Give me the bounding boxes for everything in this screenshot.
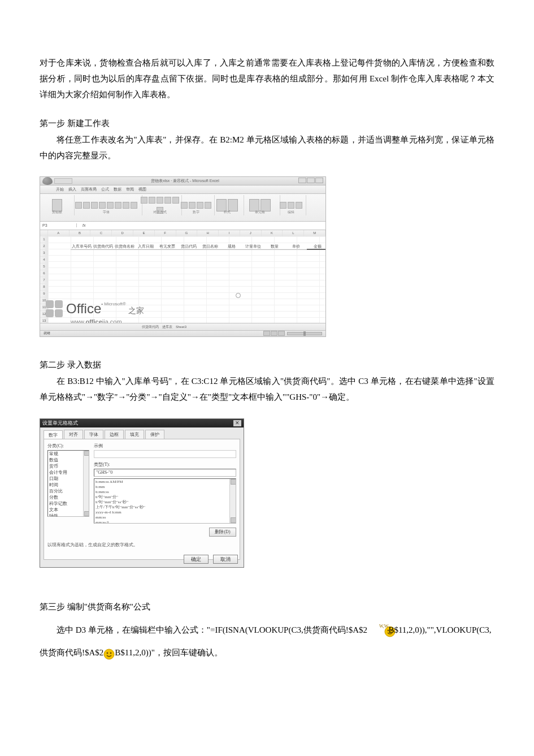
step1-title: 第一步 新建工作表	[40, 118, 494, 129]
dialog-title-bar[interactable]: 设置单元格格式 ✕	[40, 419, 244, 427]
fx-icon[interactable]: fx	[77, 223, 89, 227]
type-list-item[interactable]: h:mm	[95, 485, 235, 490]
ribbon-group-style[interactable]: 样式	[211, 195, 244, 215]
format-cells-dialog: 设置单元格格式 ✕ 数字 对齐 字体 边框 填充 保护 分类(C): 常规 数值…	[40, 418, 244, 568]
name-box[interactable]: P3	[40, 223, 77, 227]
ribbon-tab-review[interactable]: 审阅	[126, 187, 134, 192]
excel-title-bar: 货物表xlsx · 兼容模式 - Microsoft Excel	[40, 177, 325, 185]
dialog-tab-align[interactable]: 对齐	[64, 430, 83, 439]
type-list-item[interactable]: 上午/下午h"时"mm"分"ss"秒"	[95, 505, 235, 510]
sheet-tab[interactable]: 供货商代码	[142, 325, 159, 330]
status-bar: 就绪	[40, 330, 325, 336]
type-list-item[interactable]: h:mm:ss AM/PM	[95, 479, 235, 485]
sheet-tab[interactable]: 进库表	[162, 325, 172, 330]
close-icon[interactable]: ✕	[233, 420, 241, 426]
ribbon-group-clipboard[interactable]: 剪贴板	[40, 195, 75, 215]
formula-bar[interactable]: P3 fx	[40, 222, 325, 230]
excel-screenshot: 货物表xlsx · 兼容模式 - Microsoft Excel 开始 插入 页…	[40, 176, 326, 337]
ribbon-tab-layout[interactable]: 页面布局	[81, 187, 97, 192]
font-icon[interactable]	[75, 202, 82, 209]
category-panel: 分类(C): 常规 数值 货币 会计专用 日期 时间 百分比 分数 科学记数 文…	[47, 443, 89, 556]
table-header-row[interactable]: 入库单号码 供货商代码 供货商名称 入库日期 有无发票 货品代码 货品名称 规格…	[71, 243, 326, 250]
watermark-logo: Office• Microsoft®之家 . www.officejia.com	[46, 300, 144, 317]
sheet-tab[interactable]: Sheet3	[176, 325, 186, 329]
ribbon-tab-view[interactable]: 视图	[138, 187, 146, 192]
status-ready: 就绪	[44, 331, 50, 336]
ribbon-group-number[interactable]: 数字	[178, 195, 215, 215]
step2-body: 在 B3:B12 中输入"入库单号码"，在 C3:C12 单元格区域输入"供货商…	[40, 374, 494, 405]
category-listbox[interactable]: 常规 数值 货币 会计专用 日期 时间 百分比 分数 科学记数 文本 特殊 自定…	[47, 450, 89, 517]
smile-emoji-icon	[367, 626, 379, 636]
type-label: 类型(T):	[94, 461, 236, 468]
step1-body: 将任意工作表改名为"入库表"，并保存。在 B2:M2 单元格区域输入表格的标题，…	[40, 132, 494, 164]
dialog-body: 分类(C): 常规 数值 货币 会计专用 日期 时间 百分比 分数 科学记数 文…	[44, 439, 240, 560]
type-list-item[interactable]: h"时"mm"分"	[95, 495, 235, 500]
spreadsheet-grid[interactable]: A B C D E F G H I J K L M 12345678910111…	[40, 230, 325, 326]
type-list-item[interactable]: mm:ss	[95, 515, 235, 520]
smile-emoji-icon	[103, 649, 115, 659]
ribbon-tab-formula[interactable]: 公式	[101, 187, 109, 192]
svg-point-3	[104, 649, 114, 659]
view-buttons[interactable]	[263, 331, 285, 336]
ribbon-group-alignment[interactable]: 对齐方式	[138, 195, 182, 215]
emoji-annotation: W,W	[379, 624, 388, 629]
window-control-buttons[interactable]	[298, 178, 323, 184]
dialog-tab-fill[interactable]: 填充	[125, 430, 144, 439]
ribbon-tab-home[interactable]: 开始	[56, 187, 64, 192]
delete-button[interactable]: 删除(D)	[209, 528, 236, 537]
logo-squares-icon	[46, 300, 63, 317]
dialog-hint: 以现有格式为基础，生成自定义的数字格式。	[47, 542, 138, 548]
svg-point-4	[107, 652, 108, 654]
scrollbar[interactable]	[229, 479, 236, 523]
shape-circle	[236, 293, 241, 298]
window-title: 货物表xlsx · 兼容模式 - Microsoft Excel	[151, 178, 219, 184]
scrollbar[interactable]	[83, 451, 89, 516]
step3-title: 第三步 编制"供货商名称"公式	[40, 602, 494, 612]
type-listbox[interactable]: h:mm:ss AM/PM h:mm h:mm:ss h"时"mm"分" h"时…	[94, 478, 236, 524]
ribbon-group-font[interactable]: 字体	[71, 195, 142, 215]
step2-title: 第二步 录入数据	[40, 360, 494, 370]
sheet-tabs[interactable]: 供货商代码 进库表 Sheet3	[40, 323, 325, 331]
dialog-tab-font[interactable]: 字体	[84, 430, 103, 439]
ribbon-tab-insert[interactable]: 插入	[68, 187, 76, 192]
step3-line2: 供货商代码!$A$2 B$11,2,0))"，按回车键确认。	[40, 645, 494, 661]
dialog-tab-border[interactable]: 边框	[105, 430, 124, 439]
step3-line1: 选中 D3 单元格，在编辑栏中输入公式："=IF(ISNA(VLOOKUP(C3…	[40, 623, 494, 638]
dialog-title: 设置单元格格式	[42, 420, 78, 427]
type-list-item[interactable]: h:mm:ss	[95, 490, 235, 495]
ribbon-tab-data[interactable]: 数据	[114, 187, 121, 192]
svg-point-5	[110, 652, 112, 654]
dialog-tab-number[interactable]: 数字	[44, 430, 63, 439]
type-list-item[interactable]: yyyy-m-d h:mm	[95, 510, 235, 515]
cancel-button[interactable]: 取消	[213, 555, 238, 564]
ok-button[interactable]: 确定	[184, 555, 209, 564]
sample-label: 示例	[94, 443, 236, 449]
zoom-slider[interactable]	[287, 332, 322, 335]
dialog-tab-protect[interactable]: 保护	[145, 430, 164, 439]
type-input[interactable]: "GHS-"0	[94, 469, 236, 477]
type-list-item[interactable]: h"时"mm"分"ss"秒"	[95, 500, 235, 505]
dialog-tabs[interactable]: 数字 对齐 字体 边框 填充 保护	[40, 427, 244, 439]
ribbon-group-edit[interactable]: 编辑	[276, 195, 306, 215]
ribbon[interactable]: 剪贴板 字体 对齐方式 数字 样式 单元格	[40, 194, 325, 222]
intro-paragraph: 对于仓库来说，货物检查合格后就可以入库了，入库之前通常需要在入库表格上登记每件货…	[40, 55, 494, 102]
office-button-icon[interactable]	[42, 177, 53, 185]
quick-access-toolbar[interactable]	[54, 178, 72, 184]
document-page: 对于仓库来说，货物检查合格后就可以入库了，入库之前通常需要在入库表格上登记每件货…	[0, 0, 534, 756]
type-list-item[interactable]: mm:ss.0	[95, 520, 235, 524]
ribbon-tabs[interactable]: 开始 插入 页面布局 公式 数据 审阅 视图	[40, 185, 325, 194]
sample-box	[94, 450, 236, 458]
format-detail-panel: 示例 类型(T): "GHS-"0 h:mm:ss AM/PM h:mm h:m…	[94, 443, 236, 556]
dialog-footer: 确定 取消	[184, 555, 238, 564]
category-label: 分类(C):	[47, 443, 89, 449]
ribbon-group-cells[interactable]: 单元格	[240, 195, 280, 215]
